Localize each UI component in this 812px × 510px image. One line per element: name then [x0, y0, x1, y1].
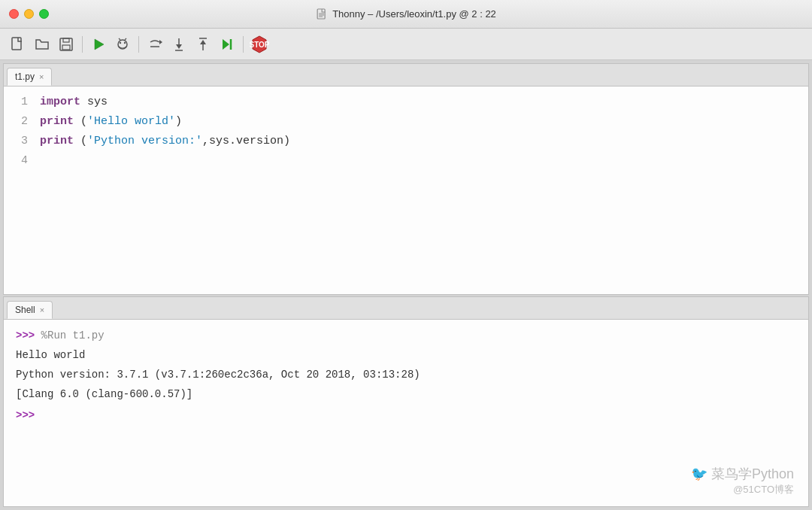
watermark: 🐦 菜鸟学Python @51CTO博客: [691, 465, 794, 496]
svg-marker-22: [223, 39, 229, 50]
shell-output-3: [Clang 6.0 (clang-600.0.57)]: [16, 386, 796, 402]
line-num-1: 1: [4, 93, 28, 112]
keyword-print-2: print: [40, 135, 74, 147]
shell-tab-label: Shell: [15, 305, 35, 315]
line-num-2: 2: [4, 112, 28, 132]
editor-tab-label: t1.py: [15, 71, 35, 82]
svg-point-11: [124, 41, 126, 43]
minimize-button[interactable]: [24, 9, 34, 19]
editor-tab[interactable]: t1.py ×: [7, 68, 52, 86]
maximize-button[interactable]: [39, 9, 49, 19]
svg-line-12: [119, 38, 120, 40]
svg-line-13: [125, 38, 126, 40]
traffic-lights[interactable]: [9, 9, 49, 19]
line-num-3: 3: [4, 132, 28, 151]
shell-prompt-2: >>>: [16, 407, 35, 423]
watermark-bird-icon: 🐦: [691, 466, 707, 481]
window-title: Thonny – /Users/leoxin/t1.py @ 2 : 22: [316, 8, 496, 20]
step-out-button[interactable]: [192, 34, 214, 55]
svg-marker-17: [176, 44, 182, 49]
step-over-button[interactable]: [144, 34, 165, 55]
line-numbers: 1 2 3 4: [4, 93, 40, 288]
open-file-button[interactable]: [32, 34, 53, 55]
keyword-import: import: [40, 96, 80, 108]
string-1: 'Hello world': [87, 115, 175, 128]
code-line-1: import sys: [40, 93, 799, 112]
separator-3: [243, 36, 244, 53]
svg-marker-14: [159, 40, 162, 44]
shell-panel: Shell × >>> %Run t1.py Hello world Pytho…: [3, 296, 809, 507]
stop-button[interactable]: STOP: [249, 34, 270, 55]
svg-marker-8: [95, 39, 104, 50]
shell-output-1: Hello world: [16, 347, 796, 363]
editor-tab-close[interactable]: ×: [39, 72, 44, 81]
close-button[interactable]: [9, 9, 19, 19]
new-file-button[interactable]: [8, 34, 29, 55]
step-into-button[interactable]: [168, 34, 189, 55]
resume-button[interactable]: [217, 34, 238, 55]
editor-panel: t1.py × 1 2 3 4 import sys print ('Hello…: [3, 63, 809, 295]
shell-prompt-1: >>>: [16, 329, 41, 342]
title-text: Thonny – /Users/leoxin/t1.py @ 2 : 22: [332, 8, 496, 20]
keyword-print-1: print: [40, 115, 74, 128]
code-line-4: [40, 151, 799, 171]
code-editor[interactable]: 1 2 3 4 import sys print ('Hello world')…: [4, 87, 808, 294]
string-2: 'Python version:': [87, 135, 202, 147]
code-line-2: print ('Hello world'): [40, 112, 799, 132]
toolbar: STOP: [0, 29, 812, 60]
shell-run-line: >>> %Run t1.py: [16, 327, 796, 344]
shell-content[interactable]: >>> %Run t1.py Hello world Python versio…: [4, 320, 808, 506]
titlebar: Thonny – /Users/leoxin/t1.py @ 2 : 22: [0, 0, 812, 29]
svg-text:STOP: STOP: [250, 41, 269, 49]
svg-rect-4: [12, 38, 21, 50]
svg-marker-20: [200, 40, 206, 44]
line-num-4: 4: [4, 151, 28, 171]
editor-tab-bar: t1.py ×: [4, 64, 808, 87]
separator-2: [138, 36, 139, 53]
shell-output-2: Python version: 3.7.1 (v3.7.1:260ec2c36a…: [16, 366, 796, 383]
shell-tab[interactable]: Shell ×: [7, 301, 53, 319]
watermark-main-text: 🐦 菜鸟学Python: [691, 465, 794, 483]
shell-prompt-line: >>>: [16, 407, 796, 423]
debug-button[interactable]: [112, 34, 133, 55]
svg-rect-7: [62, 45, 70, 50]
file-icon: [316, 8, 328, 20]
run-button[interactable]: [88, 34, 109, 55]
separator-1: [82, 36, 83, 53]
svg-point-10: [120, 41, 121, 43]
shell-tab-bar: Shell ×: [4, 297, 808, 320]
code-line-3: print ('Python version:',sys.version): [40, 132, 799, 151]
save-file-button[interactable]: [56, 34, 77, 55]
code-content: import sys print ('Hello world') print (…: [40, 93, 808, 288]
shell-tab-close[interactable]: ×: [40, 305, 44, 314]
shell-run-command: %Run t1.py: [41, 329, 105, 342]
watermark-sub-text: @51CTO博客: [691, 483, 794, 496]
main-content: t1.py × 1 2 3 4 import sys print ('Hello…: [0, 60, 812, 510]
